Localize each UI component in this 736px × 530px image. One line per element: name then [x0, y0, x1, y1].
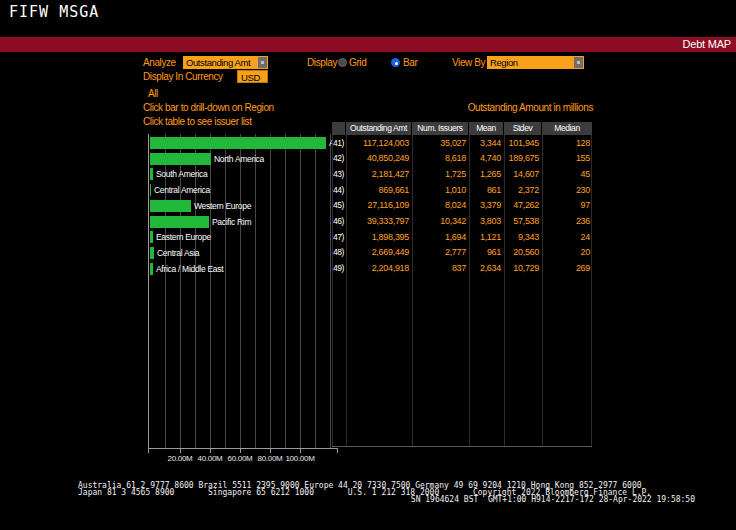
cell-stdev: 2,372 — [504, 183, 541, 199]
chart-bar-row[interactable]: Central America — [150, 184, 332, 196]
cell-num-issuers: 8,618 — [412, 151, 468, 167]
cell-num-issuers: 2,777 — [412, 245, 468, 261]
chart-bar-row[interactable]: North America — [150, 153, 332, 165]
cell-num-issuers: 1,010 — [412, 183, 468, 199]
chart-bar-label: North America — [214, 153, 264, 165]
chart-bar-label: Central Asia — [157, 247, 199, 259]
chart-bar[interactable] — [150, 153, 211, 165]
cell-median: 230 — [542, 183, 592, 199]
chart-bar[interactable] — [150, 184, 151, 196]
command-line[interactable]: FIFW MSGA — [9, 3, 99, 21]
grid-radio[interactable] — [338, 58, 347, 67]
cell-stdev: 57,538 — [504, 214, 541, 230]
chart-bar[interactable] — [150, 137, 326, 149]
column-separator — [332, 135, 333, 446]
chart-bar[interactable] — [150, 216, 209, 228]
row-number: 46) — [332, 214, 345, 230]
analyze-dropdown[interactable]: Outstanding Amt — [183, 56, 268, 69]
chart-bar-row[interactable]: All — [150, 137, 332, 149]
chevron-down-icon[interactable] — [258, 57, 267, 68]
cell-stdev: 20,560 — [504, 245, 541, 261]
chart-bar[interactable] — [150, 200, 191, 212]
view-by-value: Region — [490, 57, 518, 68]
table-hint: Click table to see issuer list — [143, 116, 252, 127]
bar-radio[interactable] — [391, 58, 400, 67]
page-title: Debt MAP — [682, 38, 731, 50]
cell-stdev: 10,729 — [504, 261, 541, 277]
table-row[interactable]: 41) 117,124,003 35,027 3,344 101,945 128 — [332, 136, 592, 152]
cell-stdev: 189,675 — [504, 151, 541, 167]
chart-bar-row[interactable]: Western Europe — [150, 200, 332, 212]
cell-outstanding-amt: 2,181,427 — [346, 167, 411, 183]
grid-radio-label[interactable]: Grid — [349, 57, 366, 68]
chart-bar[interactable] — [150, 168, 153, 180]
cell-median: 24 — [542, 230, 592, 246]
table-row[interactable]: 42) 40,850,249 8,618 4,740 189,675 155 — [332, 151, 592, 167]
chart-bar[interactable] — [150, 231, 153, 243]
column-separator — [591, 135, 592, 446]
cell-outstanding-amt: 27,116,109 — [346, 198, 411, 214]
scope-label: All — [148, 88, 158, 99]
table-row[interactable]: 47) 1,898,395 1,694 1,121 9,343 24 — [332, 230, 592, 246]
cell-num-issuers: 1,725 — [412, 167, 468, 183]
cell-median: 155 — [542, 151, 592, 167]
cell-num-issuers: 837 — [412, 261, 468, 277]
chart-bar-label: South America — [156, 168, 207, 180]
table-row[interactable]: 43) 2,181,427 1,725 1,265 14,607 45 — [332, 167, 592, 183]
cell-mean: 4,740 — [469, 151, 503, 167]
row-number: 49) — [332, 261, 345, 277]
row-number: 43) — [332, 167, 345, 183]
display-label: Display — [307, 57, 337, 68]
cell-median: 236 — [542, 214, 592, 230]
cell-outstanding-amt: 2,669,449 — [346, 245, 411, 261]
cell-num-issuers: 8,024 — [412, 198, 468, 214]
table-header: Outstanding Amt Num. Issuers Mean Stdev … — [332, 122, 592, 135]
cell-stdev: 101,945 — [504, 136, 541, 152]
currency-label: Display In Currency — [143, 71, 223, 82]
table-row[interactable]: 46) 39,333,797 10,342 3,803 57,538 236 — [332, 214, 592, 230]
cell-stdev: 9,343 — [504, 230, 541, 246]
cell-outstanding-amt: 2,204,918 — [346, 261, 411, 277]
analyze-value: Outstanding Amt — [186, 57, 250, 68]
col-mean[interactable]: Mean — [469, 122, 503, 135]
col-num-issuers[interactable]: Num. Issuers — [412, 122, 468, 135]
chart-bar-row[interactable]: Central Asia — [150, 247, 332, 259]
chart-bars: All North America South America Central … — [150, 134, 332, 434]
cell-num-issuers: 1,694 — [412, 230, 468, 246]
units-label: Outstanding Amount in millions — [468, 102, 593, 113]
cell-mean: 961 — [469, 245, 503, 261]
view-by-dropdown[interactable]: Region — [487, 56, 584, 69]
chart-bar[interactable] — [150, 247, 154, 259]
col-outstanding-amt[interactable]: Outstanding Amt — [346, 122, 411, 135]
cell-median: 97 — [542, 198, 592, 214]
chart-bar-label: Africa / Middle East — [156, 263, 223, 275]
row-number: 44) — [332, 183, 345, 199]
chart-bar-row[interactable]: South America — [150, 168, 332, 180]
chart-bar-row[interactable]: Pacific Rim — [150, 216, 332, 228]
table-row[interactable]: 48) 2,669,449 2,777 961 20,560 20 — [332, 245, 592, 261]
row-number: 41) — [332, 136, 345, 152]
column-separator — [412, 135, 413, 446]
chart-bar-row[interactable]: Eastern Europe — [150, 231, 332, 243]
currency-value: USD — [241, 72, 260, 83]
table-row[interactable]: 45) 27,116,109 8,024 3,379 47,262 97 — [332, 198, 592, 214]
chart-bar[interactable] — [150, 263, 153, 275]
bar-radio-label[interactable]: Bar — [403, 57, 417, 68]
view-by-label: View By — [452, 57, 485, 68]
axis-tick-label: 100.00M — [278, 454, 322, 463]
cell-mean: 2,634 — [469, 261, 503, 277]
table-row[interactable]: 44) 869,661 1,010 861 2,372 230 — [332, 183, 592, 199]
table-row[interactable]: 49) 2,204,918 837 2,634 10,729 269 — [332, 261, 592, 277]
chart-bar-row[interactable]: Africa / Middle East — [150, 263, 332, 275]
col-median[interactable]: Median — [542, 122, 592, 135]
cell-median: 45 — [542, 167, 592, 183]
currency-dropdown[interactable]: USD — [237, 70, 268, 83]
cell-outstanding-amt: 869,661 — [346, 183, 411, 199]
axis-tick — [210, 449, 211, 453]
chevron-down-icon[interactable] — [574, 57, 583, 68]
col-stdev[interactable]: Stdev — [504, 122, 541, 135]
cell-outstanding-amt: 117,124,003 — [346, 136, 411, 152]
chart-bar-label: Eastern Europe — [156, 231, 211, 243]
axis-tick — [300, 449, 301, 453]
row-number: 42) — [332, 151, 345, 167]
